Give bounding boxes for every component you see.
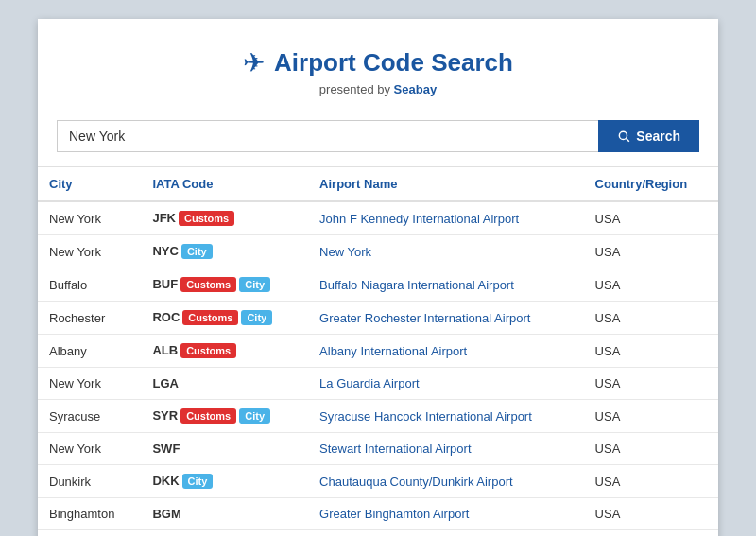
page-title: Airport Code Search: [274, 48, 513, 78]
cell-iata: SYRCustomsCity: [141, 400, 308, 433]
subtitle: presented by Seabay: [57, 82, 699, 96]
title-row: ✈ Airport Code Search: [57, 47, 699, 78]
cell-iata: DKKCity: [141, 465, 308, 498]
city-badge: City: [239, 408, 270, 424]
cell-iata: BUFCustomsCity: [141, 268, 308, 302]
col-iata: IATA Code: [141, 167, 308, 202]
airport-link[interactable]: John F Kennedy International Airport: [319, 212, 519, 226]
cell-iata: ROCCustomsCity: [141, 302, 308, 335]
header: ✈ Airport Code Search presented by Seaba…: [38, 38, 718, 111]
cell-country: USA: [584, 268, 718, 302]
iata-code: SYR: [152, 408, 178, 423]
cell-city: New York: [38, 368, 141, 400]
cell-airport-name[interactable]: Greater Rochester International Airport: [308, 302, 584, 335]
cell-iata: JFKCustoms: [141, 201, 308, 235]
cell-airport-name[interactable]: Syracuse Hancock International Airport: [308, 400, 584, 433]
iata-code: JFK: [152, 211, 176, 225]
customs-badge: Customs: [180, 277, 236, 292]
iata-code: ROC: [152, 310, 180, 324]
search-button[interactable]: Search: [598, 120, 699, 152]
city-badge: City: [181, 244, 213, 259]
cell-airport-name[interactable]: New York: [308, 235, 584, 268]
customs-badge: Customs: [180, 408, 236, 424]
col-name: Airport Name: [308, 167, 584, 202]
customs-badge: Customs: [179, 211, 234, 226]
iata-code: ALB: [152, 343, 178, 357]
col-country: Country/Region: [584, 167, 718, 202]
search-icon: [617, 130, 630, 143]
iata-code: DKK: [152, 474, 179, 488]
cell-city: New York: [38, 433, 141, 465]
main-container: ✈ Airport Code Search presented by Seaba…: [38, 19, 718, 536]
cell-airport-name[interactable]: La Guardia Airport: [308, 368, 584, 400]
cell-airport-name[interactable]: Stewart International Airport: [308, 433, 584, 465]
cell-city: New York: [38, 235, 141, 268]
cell-iata: DSV: [141, 530, 308, 537]
svg-point-0: [620, 131, 627, 139]
airport-link[interactable]: Chautauqua County/Dunkirk Airport: [319, 475, 513, 489]
cell-country: USA: [584, 335, 718, 368]
table-row: BinghamtonBGMGreater Binghamton AirportU…: [38, 498, 718, 530]
customs-badge: Customs: [182, 310, 238, 325]
plane-icon: ✈: [243, 47, 265, 78]
table-body: New YorkJFKCustomsJohn F Kennedy Interna…: [38, 201, 718, 536]
search-row: Search: [38, 111, 718, 166]
cell-country: USA: [584, 368, 718, 400]
cell-country: USA: [584, 465, 718, 498]
customs-badge: Customs: [180, 343, 236, 358]
airport-link[interactable]: Stewart International Airport: [319, 441, 471, 456]
cell-city: Albany: [38, 335, 141, 368]
cell-country: USA: [584, 235, 718, 268]
iata-code: BUF: [152, 277, 178, 291]
iata-code: NYC: [152, 244, 178, 258]
table-row: AlbanyALBCustomsAlbany International Air…: [38, 335, 718, 368]
airport-link[interactable]: New York: [319, 245, 371, 259]
cell-iata: ALBCustoms: [141, 335, 308, 368]
table-row: RochesterROCCustomsCityGreater Rochester…: [38, 302, 718, 335]
cell-city: Dunkirk: [38, 465, 141, 498]
table-row: New YorkSWFStewart International Airport…: [38, 433, 718, 465]
airport-link[interactable]: Buffalo Niagara International Airport: [319, 278, 514, 292]
table-row: SyracuseSYRCustomsCitySyracuse Hancock I…: [38, 400, 718, 433]
table-row: DunkirkDKKCityChautauqua County/Dunkirk …: [38, 465, 718, 498]
cell-city: Syracuse: [38, 400, 141, 433]
cell-airport-name[interactable]: John F Kennedy International Airport: [308, 201, 584, 235]
cell-country: USA: [584, 400, 718, 433]
table-header: City IATA Code Airport Name Country/Regi…: [38, 167, 718, 202]
cell-city: Buffalo: [38, 268, 141, 302]
airport-link[interactable]: Albany International Airport: [319, 344, 467, 358]
cell-city: Binghamton: [38, 498, 141, 530]
cell-city: Rochester: [38, 302, 141, 335]
svg-line-1: [627, 139, 629, 142]
airport-link[interactable]: Greater Rochester International Airport: [319, 311, 530, 325]
cell-airport-name[interactable]: Buffalo Niagara International Airport: [308, 268, 584, 302]
search-input[interactable]: [57, 120, 598, 152]
cell-airport-name[interactable]: Greater Binghamton Airport: [308, 498, 584, 530]
cell-airport-name[interactable]: Albany International Airport: [308, 335, 584, 368]
cell-iata: NYCCity: [141, 235, 308, 268]
cell-iata: LGA: [141, 368, 308, 400]
cell-country: USA: [584, 201, 718, 235]
cell-iata: BGM: [141, 498, 308, 530]
cell-city: Dansville: [38, 530, 141, 537]
iata-code: BGM: [152, 507, 180, 521]
city-badge: City: [241, 310, 272, 325]
results-table: City IATA Code Airport Name Country/Regi…: [38, 166, 718, 536]
cell-airport-name[interactable]: Dansville Municipal Airport: [308, 530, 584, 537]
cell-city: New York: [38, 201, 141, 235]
cell-country: USA: [584, 498, 718, 530]
cell-airport-name[interactable]: Chautauqua County/Dunkirk Airport: [308, 465, 584, 498]
airport-link[interactable]: Greater Binghamton Airport: [319, 507, 469, 521]
table-row: New YorkLGALa Guardia AirportUSA: [38, 368, 718, 400]
cell-country: USA: [584, 530, 718, 537]
cell-country: USA: [584, 433, 718, 465]
table-row: New YorkNYCCityNew YorkUSA: [38, 235, 718, 268]
city-badge: City: [239, 277, 270, 292]
cell-iata: SWF: [141, 433, 308, 465]
iata-code: SWF: [152, 441, 180, 456]
table-row: BuffaloBUFCustomsCityBuffalo Niagara Int…: [38, 268, 718, 302]
airport-link[interactable]: La Guardia Airport: [319, 376, 420, 390]
airport-link[interactable]: Syracuse Hancock International Airport: [319, 409, 532, 424]
col-city: City: [38, 167, 141, 202]
table-row: DansvilleDSVDansville Municipal AirportU…: [38, 530, 718, 537]
